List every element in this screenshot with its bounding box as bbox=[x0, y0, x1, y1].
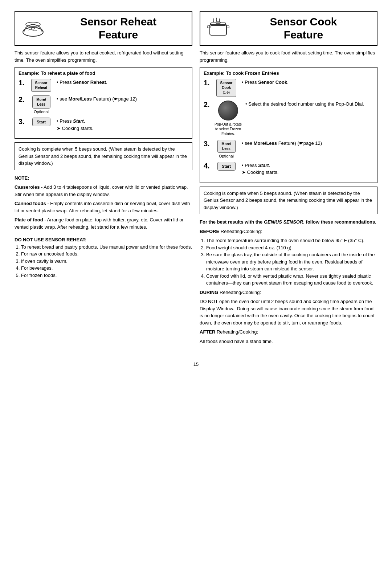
pop-out-dial-icon bbox=[218, 101, 238, 120]
left-example-box: Example: To reheat a plate of food 1. Se… bbox=[15, 67, 192, 139]
do-not-item-2: For raw or uncooked foods. bbox=[21, 250, 192, 258]
do-not-item-5: For frozen foods. bbox=[21, 272, 192, 279]
left-step-3-text: • Press Start.➤ Cooking starts. bbox=[57, 118, 188, 132]
right-step-3-number: 3. bbox=[204, 140, 211, 148]
left-step-2-optional: Optional bbox=[34, 110, 49, 114]
do-not-item-1: To reheat bread and pastry products. Use… bbox=[21, 244, 192, 251]
left-feature-header: Sensor ReheatFeature bbox=[15, 11, 192, 46]
right-example-title: Example: To cook Frozen Entrées bbox=[204, 70, 373, 76]
right-step-1-icon: SensorCook(1-9) bbox=[215, 79, 238, 97]
left-column: Sensor ReheatFeature This sensor feature… bbox=[15, 11, 192, 351]
do-not-item-3: If oven cavity is warm. bbox=[21, 258, 192, 265]
left-step-1: 1. SensorReheat • Press Sensor Reheat. bbox=[19, 79, 188, 92]
start-button-icon-left: Start bbox=[32, 118, 50, 126]
before-list: The room temperature surrounding the ove… bbox=[206, 237, 377, 287]
right-step-3: 3. More/Less Optional • see More/Less Fe… bbox=[204, 140, 373, 158]
right-feature-title: Sensor CookFeature bbox=[235, 15, 372, 41]
note-casseroles: Casseroles - Add 3 to 4 tablespoons of l… bbox=[15, 184, 192, 198]
right-step-2-icon: Pop-Out & rotateto select FrozenEntrées. bbox=[215, 101, 242, 136]
note-canned-foods: Canned foods - Empty contents into casse… bbox=[15, 200, 192, 214]
before-item-2: Food weight should exceed 4 oz. (110 g). bbox=[206, 244, 377, 252]
right-step-3-text: • see More/Less Feature) (☛page 12) bbox=[242, 140, 373, 147]
after-section-text: All foods should have a stand time. bbox=[200, 338, 377, 345]
during-section-text: DO NOT open the oven door until 2 beeps … bbox=[200, 298, 377, 326]
page-number: 15 bbox=[193, 361, 199, 367]
best-results-title: For the best results with the GENIUS SEN… bbox=[200, 218, 377, 226]
left-step-1-icon: SensorReheat bbox=[29, 79, 53, 92]
right-step-4-number: 4. bbox=[204, 162, 211, 170]
svg-rect-2 bbox=[210, 24, 226, 35]
right-cooking-complete-box: Cooking is complete when 5 beeps sound. … bbox=[200, 187, 377, 214]
start-button-icon-right: Start bbox=[217, 162, 236, 171]
more-less-icon-right: More/Less bbox=[217, 140, 236, 153]
right-step-1-number: 1. bbox=[204, 79, 211, 87]
before-item-3: Be sure the glass tray, the outside of t… bbox=[206, 251, 377, 273]
right-step-4-icon: Start bbox=[215, 162, 238, 171]
right-feature-header: Sensor CookFeature bbox=[200, 11, 377, 46]
do-not-title: DO NOT USE SENSOR REHEAT: bbox=[15, 236, 192, 244]
left-step-2-text: • see More/Less Feature) (☛page 12) bbox=[57, 95, 188, 103]
after-section-title: AFTER Reheating/Cooking: bbox=[200, 328, 377, 336]
best-results-section: For the best results with the GENIUS SEN… bbox=[200, 218, 377, 347]
sensor-cook-button-icon: SensorCook(1-9) bbox=[216, 79, 236, 97]
do-not-list: To reheat bread and pastry products. Use… bbox=[21, 244, 192, 279]
do-not-section: DO NOT USE SENSOR REHEAT: To reheat brea… bbox=[15, 236, 192, 279]
before-item-1: The room temperature surrounding the ove… bbox=[206, 237, 377, 244]
right-step-3-optional: Optional bbox=[219, 154, 234, 158]
right-step-2-number: 2. bbox=[204, 101, 211, 109]
left-intro-text: This sensor feature allows you to reheat… bbox=[15, 49, 192, 64]
left-step-3-icon: Start bbox=[29, 118, 53, 126]
cook-icon bbox=[205, 16, 231, 41]
left-step-2-number: 2. bbox=[19, 95, 26, 104]
right-intro-text: This sensor feature allows you to cook f… bbox=[200, 49, 377, 64]
left-step-3: 3. Start • Press Start.➤ Cooking starts. bbox=[19, 118, 188, 132]
page-footer: 15 bbox=[15, 354, 377, 367]
do-not-item-4: For beverages. bbox=[21, 265, 192, 272]
left-step-2-icon: More/Less Optional bbox=[29, 95, 53, 114]
left-feature-title: Sensor ReheatFeature bbox=[50, 15, 187, 41]
left-step-1-text: • Press Sensor Reheat. bbox=[57, 79, 188, 86]
right-step-2-sublabel: Pop-Out & rotateto select FrozenEntrées. bbox=[215, 122, 242, 136]
right-step-4: 4. Start • Press Start.➤ Cooking starts. bbox=[204, 162, 373, 176]
right-step-4-text: • Press Start.➤ Cooking starts. bbox=[242, 162, 373, 176]
left-step-2: 2. More/Less Optional • see More/Less Fe… bbox=[19, 95, 188, 114]
svg-point-0 bbox=[23, 28, 43, 36]
left-step-1-number: 1. bbox=[19, 79, 26, 87]
right-step-2: 2. Pop-Out & rotateto select FrozenEntré… bbox=[204, 101, 373, 136]
right-step-1: 1. SensorCook(1-9) • Press Sensor Cook. bbox=[204, 79, 373, 97]
left-step-3-number: 3. bbox=[19, 118, 26, 126]
right-column: Sensor CookFeature This sensor feature a… bbox=[200, 11, 377, 351]
before-section: BEFORE Reheating/Cooking: bbox=[200, 228, 377, 235]
reheat-icon bbox=[20, 16, 46, 41]
before-item-4: Cover food with lid, or with vented plas… bbox=[206, 273, 377, 287]
note-plate-of-food: Plate of food - Arrange food on plate; t… bbox=[15, 216, 192, 230]
during-section-title: DURING Reheating/Cooking: bbox=[200, 289, 377, 296]
more-less-icon-left: More/Less bbox=[32, 95, 50, 109]
right-step-3-icon: More/Less Optional bbox=[215, 140, 238, 158]
left-cooking-complete-box: Cooking is complete when 5 beeps sound. … bbox=[15, 142, 192, 170]
main-layout: Sensor ReheatFeature This sensor feature… bbox=[15, 11, 377, 351]
left-example-title: Example: To reheat a plate of food bbox=[19, 70, 188, 76]
right-step-2-text: • Select the desired food number using t… bbox=[245, 101, 373, 108]
right-example-box: Example: To cook Frozen Entrées 1. Senso… bbox=[200, 67, 377, 183]
note-title: NOTE: bbox=[15, 175, 29, 181]
left-note-section: NOTE: Casseroles - Add 3 to 4 tablespoon… bbox=[15, 175, 192, 233]
sensor-reheat-button-icon: SensorReheat bbox=[31, 79, 51, 92]
right-step-1-text: • Press Sensor Cook. bbox=[242, 79, 373, 86]
